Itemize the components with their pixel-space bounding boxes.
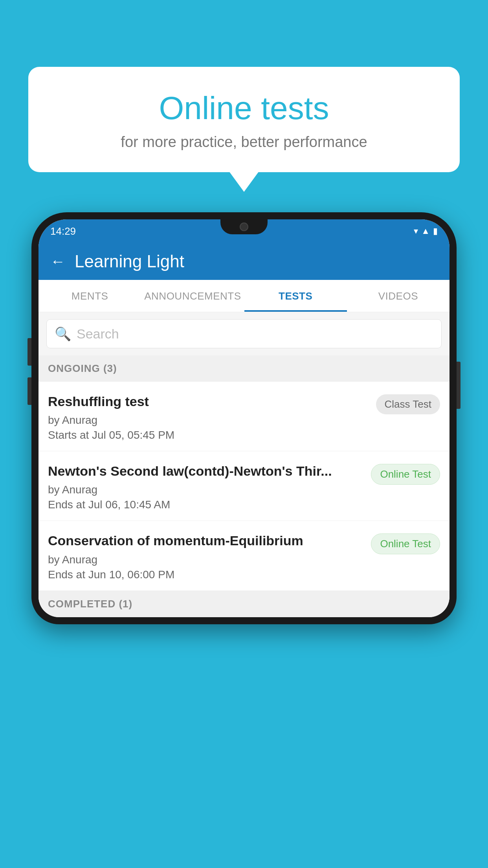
speech-bubble: Online tests for more practice, better p… [28, 67, 460, 172]
search-container: 🔍 Search [39, 312, 449, 355]
power-button [457, 362, 460, 409]
tests-list: Reshuffling test by Anurag Starts at Jul… [39, 382, 449, 591]
search-input[interactable]: Search [77, 326, 119, 342]
back-button[interactable]: ← [50, 254, 65, 269]
tab-announcements[interactable]: ANNOUNCEMENTS [141, 280, 244, 312]
phone-screen: 14:29 ▾ ▲ ▮ ← Learning Light MENTS ANNOU… [39, 219, 449, 617]
app-title: Learning Light [75, 252, 184, 271]
ongoing-section-header: ONGOING (3) [39, 355, 449, 382]
battery-icon: ▮ [433, 226, 438, 236]
bubble-subtitle: for more practice, better performance [44, 134, 444, 151]
test-date-reshuffling: Starts at Jul 05, 05:45 PM [48, 429, 370, 441]
tabs-bar: MENTS ANNOUNCEMENTS TESTS VIDEOS [39, 280, 449, 312]
test-date-conservation: Ends at Jun 10, 06:00 PM [48, 568, 365, 581]
test-date-newton: Ends at Jul 06, 10:45 AM [48, 498, 365, 511]
test-info-newton: Newton's Second law(contd)-Newton's Thir… [48, 462, 371, 511]
phone-notch [220, 219, 268, 234]
status-time: 14:29 [50, 225, 76, 237]
search-bar[interactable]: 🔍 Search [46, 319, 442, 348]
status-icons: ▾ ▲ ▮ [414, 226, 438, 236]
tab-videos[interactable]: VIDEOS [347, 280, 449, 312]
completed-section-header: COMPLETED (1) [39, 591, 449, 617]
test-author-reshuffling: by Anurag [48, 414, 370, 427]
tab-ments[interactable]: MENTS [39, 280, 141, 312]
test-badge-reshuffling: Class Test [376, 394, 440, 414]
test-item-reshuffling[interactable]: Reshuffling test by Anurag Starts at Jul… [39, 382, 449, 451]
test-item-newton[interactable]: Newton's Second law(contd)-Newton's Thir… [39, 451, 449, 521]
test-badge-conservation: Online Test [371, 533, 440, 554]
test-info-conservation: Conservation of momentum-Equilibrium by … [48, 532, 371, 581]
volume-down-button [28, 377, 31, 405]
phone-mockup: 14:29 ▾ ▲ ▮ ← Learning Light MENTS ANNOU… [31, 212, 457, 868]
test-item-conservation[interactable]: Conservation of momentum-Equilibrium by … [39, 521, 449, 590]
front-camera [240, 223, 248, 231]
bubble-title: Online tests [44, 90, 444, 126]
app-header: ← Learning Light [39, 243, 449, 280]
test-name-reshuffling: Reshuffling test [48, 393, 370, 410]
test-info-reshuffling: Reshuffling test by Anurag Starts at Jul… [48, 393, 376, 441]
test-author-newton: by Anurag [48, 484, 365, 496]
volume-up-button [28, 338, 31, 366]
test-author-conservation: by Anurag [48, 554, 365, 566]
test-name-newton: Newton's Second law(contd)-Newton's Thir… [48, 462, 365, 480]
tab-tests[interactable]: TESTS [244, 280, 347, 312]
status-bar: 14:29 ▾ ▲ ▮ [39, 219, 449, 243]
search-icon: 🔍 [55, 326, 71, 342]
wifi-icon: ▾ [414, 226, 418, 236]
test-badge-newton: Online Test [371, 464, 440, 485]
test-name-conservation: Conservation of momentum-Equilibrium [48, 532, 365, 549]
signal-icon: ▲ [421, 226, 430, 236]
